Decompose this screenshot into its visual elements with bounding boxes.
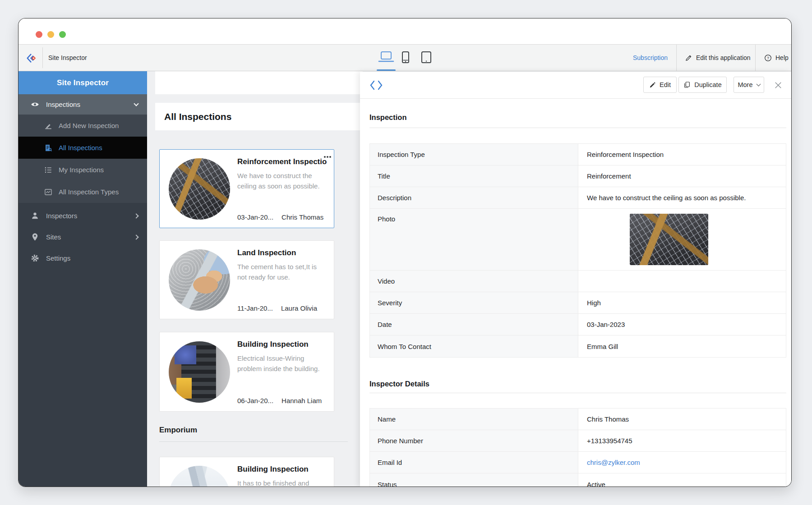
table-row: Photo — [370, 209, 786, 271]
sidebar-item-add-new-inspection[interactable]: Add New Inspection — [18, 115, 147, 137]
code-view-icon[interactable] — [369, 80, 383, 92]
sidebar-app-title: Site Inspector — [18, 71, 147, 94]
section-divider — [369, 128, 786, 128]
card-title: Land Inspection — [237, 248, 327, 257]
field-label: Name — [370, 409, 578, 430]
card-date: 11-Jan-20... — [237, 304, 273, 312]
chart-box-icon — [44, 188, 52, 196]
card-title: Reinforcement Inspection — [237, 157, 327, 166]
table-row: Video — [370, 271, 786, 292]
field-value — [578, 209, 786, 270]
field-label: Email Id — [370, 452, 578, 473]
desktop-view-icon[interactable] — [378, 51, 395, 64]
list-topbar — [155, 71, 363, 94]
sidebar-item-inspectors[interactable]: Inspectors — [18, 206, 147, 226]
sidebar-item-all-inspections[interactable]: All Inspections — [18, 137, 147, 159]
close-panel-icon[interactable] — [772, 79, 784, 91]
field-value: We have to construct the ceiling as soon… — [578, 187, 786, 208]
card-date: 03-Jan-20... — [237, 213, 273, 221]
map-pin-icon — [31, 233, 39, 241]
field-value: Reinforcement Inspection — [578, 144, 786, 165]
edit-this-application-button[interactable]: Edit this application — [685, 45, 751, 71]
chevron-down-icon — [756, 82, 761, 86]
zoom-window-icon[interactable] — [59, 31, 66, 38]
table-row: Email Id chris@zylker.com — [370, 452, 786, 473]
record-detail-panel: Edit Duplicate More Inspection Inspectio… — [360, 72, 791, 487]
table-row: Status Active — [370, 473, 786, 487]
detail-panel-header: Edit Duplicate More — [360, 72, 791, 99]
edit-button[interactable]: Edit — [643, 77, 677, 93]
card-description: It has to be finished and — [237, 478, 327, 487]
card-owner: Laura Olivia — [281, 304, 317, 312]
duplicate-button[interactable]: Duplicate — [678, 77, 727, 93]
bulleted-list-icon — [44, 166, 52, 174]
sidebar: Site Inspector Inspections Add New Inspe… — [18, 71, 147, 487]
sidebar-item-my-inspections[interactable]: My Inspections — [18, 159, 147, 181]
application-name: Site Inspector — [48, 45, 87, 71]
eye-icon — [31, 100, 39, 109]
field-value — [578, 271, 786, 292]
chevron-right-icon — [134, 213, 138, 218]
field-label: Status — [370, 473, 578, 487]
field-label: Video — [370, 271, 578, 292]
section-title-inspector-details: Inspector Details — [369, 377, 429, 390]
subscription-link[interactable]: Subscription — [633, 45, 668, 71]
sidebar-item-inspections[interactable]: Inspections — [18, 94, 147, 115]
field-label: Date — [370, 314, 578, 335]
card-description: We have to construct the ceiling as soon… — [237, 170, 327, 192]
field-label: Phone Number — [370, 430, 578, 451]
field-label: Whom To Contact — [370, 335, 578, 357]
copy-icon — [683, 81, 691, 88]
active-device-indicator — [377, 69, 396, 71]
sidebar-item-sites[interactable]: Sites — [18, 227, 147, 247]
field-label: Inspection Type — [370, 144, 578, 165]
gear-icon — [31, 254, 39, 262]
macos-titlebar — [18, 18, 791, 44]
phone-view-icon[interactable] — [401, 51, 411, 64]
field-value: Emma Gill — [578, 335, 786, 357]
card-menu-icon[interactable] — [324, 156, 326, 158]
table-row: Whom To Contact Emma Gill — [370, 335, 786, 357]
help-button[interactable]: ? Help — [764, 45, 789, 71]
card-description: Electrical Issue-Wiring problem inside t… — [237, 353, 327, 374]
field-label: Description — [370, 187, 578, 208]
card-title: Building Inspection — [237, 465, 327, 474]
field-value: Reinforcement — [578, 165, 786, 187]
pencil-icon — [649, 82, 656, 88]
card-photo-cement — [169, 249, 230, 311]
svg-text:?: ? — [767, 55, 769, 60]
inspection-card-land[interactable]: Land Inspection The cement has to set,It… — [159, 240, 334, 319]
photo-thumbnail[interactable] — [630, 214, 708, 265]
chevron-right-icon — [134, 234, 138, 239]
inspection-card-emporium-building[interactable]: Building Inspection It has to be finishe… — [159, 457, 334, 487]
inspections-submenu: Add New Inspection All Inspections My In… — [18, 115, 147, 203]
zoho-creator-logo-icon[interactable] — [26, 53, 37, 64]
sidebar-item-settings[interactable]: Settings — [18, 248, 147, 268]
top-toolbar: Site Inspector Subscription Edit this ap… — [18, 44, 791, 71]
card-description: The cement has to set,It is not ready fo… — [237, 262, 327, 283]
question-circle-icon: ? — [764, 54, 772, 62]
table-row: Inspection Type Reinforcement Inspection — [370, 144, 786, 165]
inspection-card-reinforcement[interactable]: Reinforcement Inspection We have to cons… — [159, 149, 334, 228]
toolbar-divider — [42, 47, 43, 68]
field-value: Chris Thomas — [578, 409, 786, 430]
tablet-view-icon[interactable] — [420, 51, 432, 64]
email-link[interactable]: chris@zylker.com — [578, 452, 786, 473]
card-date: 06-Jan-20... — [237, 397, 273, 404]
card-owner: Chris Thomas — [281, 213, 323, 221]
field-value: Active — [578, 473, 786, 487]
sidebar-item-all-inspection-types[interactable]: All Inspection Types — [18, 181, 147, 203]
field-label: Photo — [370, 209, 578, 270]
inspection-card-building[interactable]: Building Inspection Electrical Issue-Wir… — [159, 332, 334, 412]
more-button[interactable]: More — [734, 77, 764, 93]
table-row: Phone Number +13133954745 — [370, 430, 786, 452]
field-value: 03-Jan-2023 — [578, 314, 786, 335]
card-photo-rebar — [169, 158, 230, 220]
close-window-icon[interactable] — [36, 31, 42, 38]
table-row: Name Chris Thomas — [370, 409, 786, 430]
minimize-window-icon[interactable] — [47, 31, 54, 38]
table-row: Severity High — [370, 292, 786, 314]
table-row: Date 03-Jan-2023 — [370, 314, 786, 335]
toolbar-divider — [676, 45, 677, 71]
report-search-icon — [44, 144, 52, 152]
